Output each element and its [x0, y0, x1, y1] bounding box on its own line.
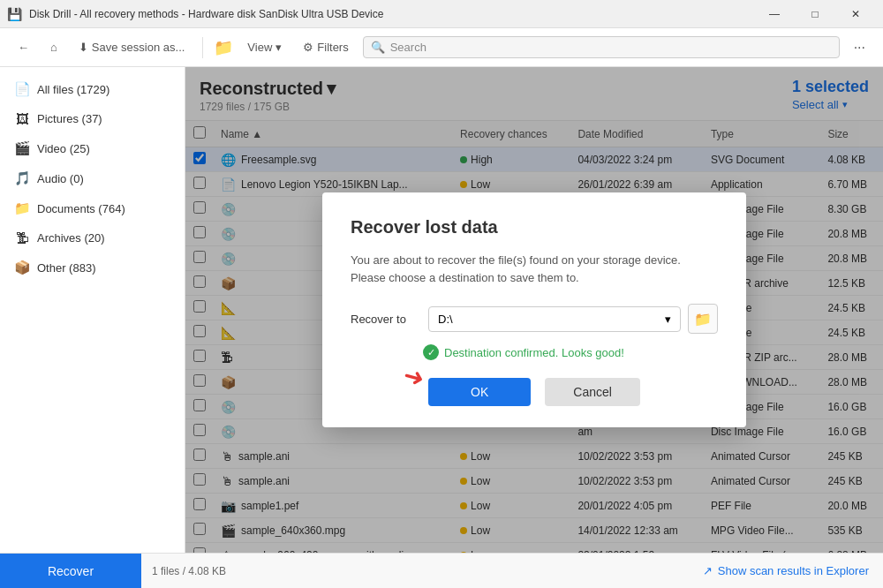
sidebar-item-all-files[interactable]: 📄 All files (1729) — [0, 74, 185, 104]
back-button[interactable]: ← — [11, 37, 36, 57]
sidebar-item-other[interactable]: 📦 Other (883) — [0, 253, 185, 283]
other-icon: 📦 — [14, 260, 30, 275]
sidebar: 📄 All files (1729) 🖼 Pictures (37) 🎬 Vid… — [0, 67, 185, 553]
pictures-icon: 🖼 — [14, 111, 30, 126]
toolbar: ← ⌂ ⬇ Save session as... 📁 View ▾ ⚙ Filt… — [0, 28, 883, 67]
scan-results-button[interactable]: ↗ Show scan results in Explorer — [689, 554, 883, 589]
sidebar-item-documents[interactable]: 📁 Documents (764) — [0, 193, 185, 223]
main-layout: 📄 All files (1729) 🖼 Pictures (37) 🎬 Vid… — [0, 67, 883, 553]
browse-folder-button[interactable]: 📁 — [688, 304, 718, 334]
search-bar[interactable]: 🔍 Search — [363, 36, 840, 58]
view-button[interactable]: View ▾ — [240, 37, 289, 57]
filters-button[interactable]: ⚙ Filters — [296, 37, 355, 57]
all-files-icon: 📄 — [14, 81, 30, 97]
arrow-indicator: ➜ — [400, 360, 427, 394]
bottom-info: 1 files / 4.08 KB — [141, 565, 689, 577]
dialog-actions: ➜ OK Cancel — [351, 378, 718, 406]
save-icon: ⬇ — [79, 41, 88, 54]
recover-to-field: Recover to D:\ ▾ 📁 — [351, 304, 718, 334]
cancel-button[interactable]: Cancel — [545, 378, 640, 406]
sidebar-item-archives[interactable]: 🗜 Archives (20) — [0, 223, 185, 253]
modal-overlay: Recover lost data You are about to recov… — [185, 67, 883, 553]
title-bar: 💾 Disk Drill - All recovery methods - Ha… — [0, 0, 883, 28]
folder-browse-icon: 📁 — [694, 311, 712, 328]
search-icon: 🔍 — [371, 41, 385, 54]
folder-icon: 📁 — [214, 38, 233, 57]
confirmation-message: ✓ Destination confirmed. Looks good! — [351, 344, 718, 360]
window-title: Disk Drill - All recovery methods - Hard… — [22, 8, 754, 20]
minimize-button[interactable]: — — [754, 0, 795, 28]
filter-icon: ⚙ — [303, 41, 313, 54]
recover-button[interactable]: Recover — [0, 554, 141, 589]
home-icon: ⌂ — [50, 41, 57, 54]
external-link-icon: ↗ — [703, 564, 713, 577]
recover-dialog: Recover lost data You are about to recov… — [322, 192, 746, 427]
dialog-title: Recover lost data — [351, 217, 718, 237]
chevron-down-icon: ▾ — [275, 41, 282, 54]
confirm-checkmark-icon: ✓ — [423, 344, 439, 360]
back-icon: ← — [18, 41, 29, 54]
bottom-bar: Recover 1 files / 4.08 KB ↗ Show scan re… — [0, 553, 883, 588]
home-button[interactable]: ⌂ — [43, 37, 64, 57]
destination-value: D:\ — [438, 313, 453, 326]
documents-icon: 📁 — [14, 200, 30, 216]
archives-icon: 🗜 — [14, 230, 30, 245]
app-icon: 💾 — [7, 7, 22, 21]
dialog-body: You are about to recover the file(s) fou… — [351, 252, 718, 286]
close-button[interactable]: ✕ — [835, 0, 876, 28]
ok-button[interactable]: OK — [428, 378, 531, 406]
destination-dropdown[interactable]: D:\ ▾ — [428, 306, 681, 332]
toolbar-separator — [202, 37, 203, 58]
sidebar-item-video[interactable]: 🎬 Video (25) — [0, 133, 185, 163]
video-icon: 🎬 — [14, 140, 30, 156]
audio-icon: 🎵 — [14, 170, 30, 186]
window-controls: — □ ✕ — [754, 0, 876, 28]
more-options-button[interactable]: ··· — [847, 36, 872, 59]
dropdown-chevron-icon: ▾ — [665, 313, 671, 326]
content-area: Reconstructed ▾ 1729 files / 175 GB 1 se… — [185, 67, 883, 553]
maximize-button[interactable]: □ — [795, 0, 835, 28]
sidebar-item-pictures[interactable]: 🖼 Pictures (37) — [0, 104, 185, 133]
recover-to-label: Recover to — [351, 313, 421, 326]
sidebar-item-audio[interactable]: 🎵 Audio (0) — [0, 163, 185, 193]
save-session-button[interactable]: ⬇ Save session as... — [72, 37, 192, 57]
